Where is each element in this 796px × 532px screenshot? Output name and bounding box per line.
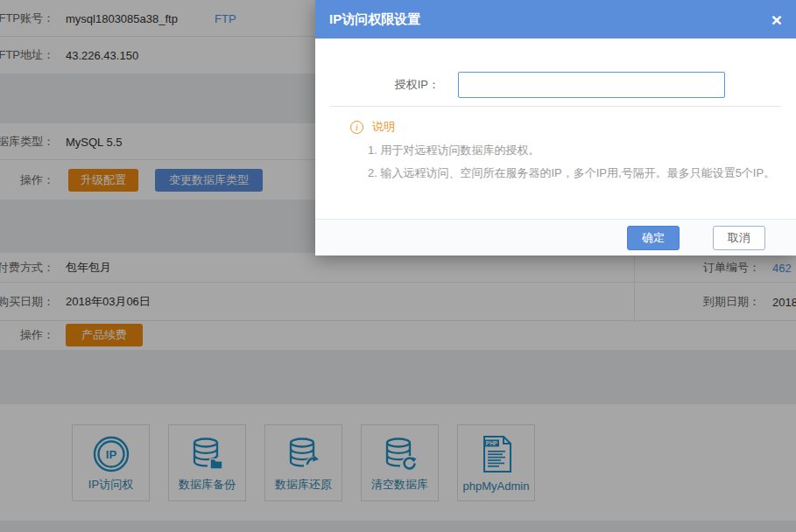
note-item-2: 2. 输入远程访问、空间所在服务器的IP，多个IP用,号隔开。最多只能设置5个I… bbox=[350, 165, 775, 180]
authorized-ip-form-row: 授权IP： bbox=[315, 38, 796, 106]
close-icon[interactable]: × bbox=[771, 10, 782, 29]
info-icon: i bbox=[350, 121, 363, 134]
cancel-button[interactable]: 取消 bbox=[713, 226, 765, 250]
note-item-1: 1. 用于对远程访问数据库的授权。 bbox=[350, 143, 775, 158]
authorized-ip-input[interactable] bbox=[458, 72, 725, 98]
notes-section: i 说明 1. 用于对远程访问数据库的授权。 2. 输入远程访问、空间所在服务器… bbox=[315, 107, 796, 180]
ip-access-settings-dialog: IP访问权限设置 × 授权IP： i 说明 1. 用于对远程访问数据库的授权。 … bbox=[315, 0, 796, 256]
dialog-title: IP访问权限设置 bbox=[329, 11, 420, 28]
dialog-footer: 确定 取消 bbox=[315, 219, 796, 256]
notes-heading-row: i 说明 bbox=[350, 119, 775, 135]
authorized-ip-label: 授权IP： bbox=[395, 77, 440, 93]
app-root: { "colors": { "accent_blue": "#5a8edb", … bbox=[0, 0, 796, 532]
notes-heading: 说明 bbox=[372, 119, 395, 135]
confirm-button[interactable]: 确定 bbox=[627, 226, 680, 250]
dialog-header: IP访问权限设置 × bbox=[315, 0, 796, 38]
